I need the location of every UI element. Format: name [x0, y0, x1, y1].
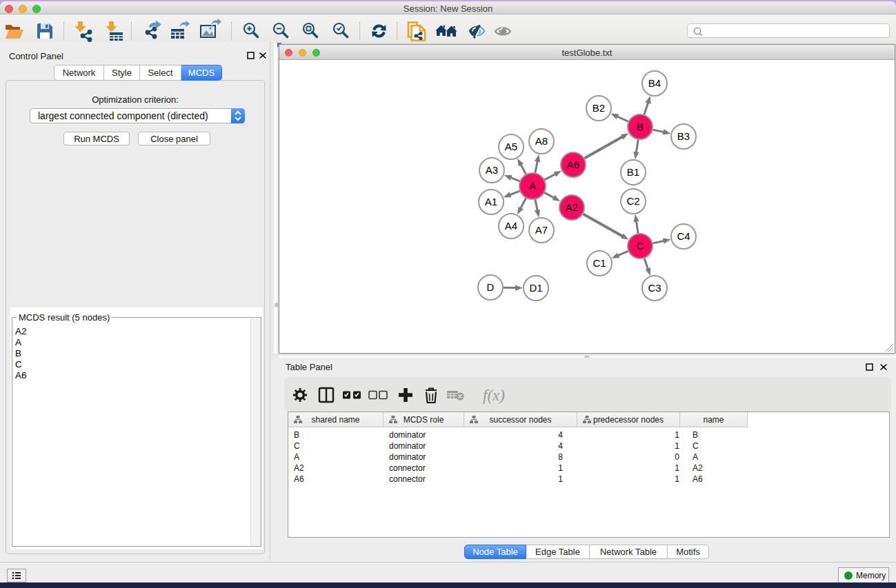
svg-text:A6: A6 — [567, 159, 579, 170]
svg-text:B1: B1 — [627, 166, 639, 178]
svg-text:C3: C3 — [648, 282, 661, 294]
svg-text:C2: C2 — [626, 195, 639, 207]
svg-text:f(x): f(x) — [483, 387, 505, 404]
svg-text:A8: A8 — [535, 135, 548, 147]
svg-text:B2: B2 — [593, 102, 605, 114]
svg-text:A2: A2 — [566, 201, 578, 213]
svg-text:A1: A1 — [485, 196, 497, 207]
svg-text:D1: D1 — [529, 282, 542, 294]
svg-text:A: A — [529, 180, 536, 192]
svg-text:B: B — [637, 121, 644, 132]
svg-text:C: C — [637, 240, 644, 252]
svg-text:A5: A5 — [505, 141, 517, 152]
svg-text:A7: A7 — [535, 224, 548, 236]
svg-text:A3: A3 — [486, 164, 498, 176]
svg-text:B3: B3 — [677, 130, 690, 142]
svg-text:C1: C1 — [593, 257, 606, 269]
svg-text:C4: C4 — [677, 230, 690, 242]
svg-text:A4: A4 — [505, 220, 517, 232]
svg-text:D: D — [487, 281, 495, 293]
svg-text:B4: B4 — [648, 77, 661, 89]
